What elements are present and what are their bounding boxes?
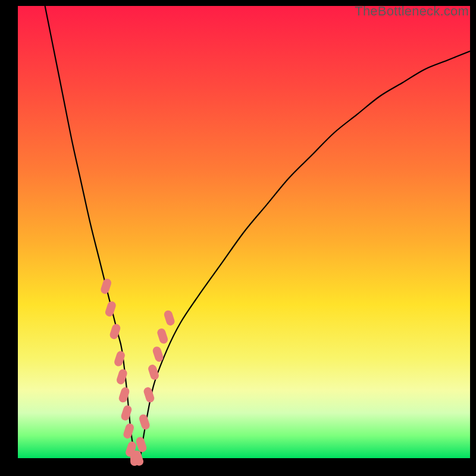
marker-capsule <box>120 404 133 421</box>
chart-frame: TheBottleneck.com <box>0 0 476 476</box>
marker-capsule <box>123 422 135 440</box>
marker-capsule <box>138 414 151 431</box>
marker-capsule <box>143 386 155 403</box>
marker-capsule <box>156 327 169 345</box>
marker-capsule <box>104 300 117 318</box>
marker-capsule <box>163 309 176 327</box>
chart-svg <box>18 6 470 458</box>
marker-capsule <box>118 386 130 403</box>
marker-capsule <box>100 278 112 295</box>
plot-area <box>18 6 470 458</box>
marker-group <box>100 278 176 467</box>
bottleneck-curve <box>45 6 470 462</box>
watermark-text: TheBottleneck.com <box>355 4 469 19</box>
